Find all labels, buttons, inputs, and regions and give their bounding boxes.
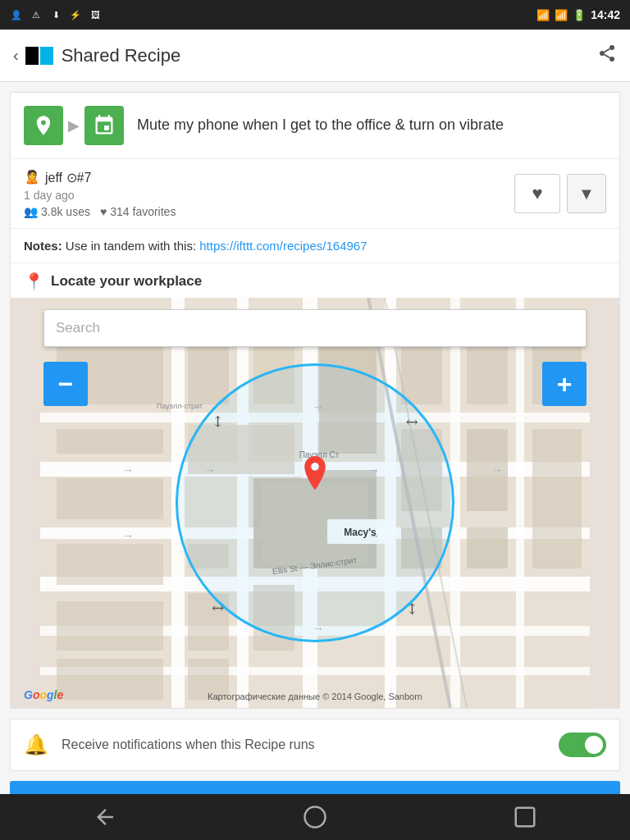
map-attribution: Картографические данные © 2014 Google, S… [208, 692, 422, 701]
dropdown-icon: ▼ [578, 185, 595, 203]
svg-text:→: → [122, 463, 134, 477]
main-content: ▶ Mute my phone when I get to the office… [0, 82, 630, 794]
home-nav-button[interactable] [282, 794, 348, 840]
recipe-arrow-icon: ▶ [68, 116, 80, 135]
locate-header: 📍 Locate your workplace [24, 272, 606, 291]
recipe-card: ▶ Mute my phone when I get to the office… [10, 92, 620, 709]
uses-stat: 👥 3.8k uses [24, 205, 90, 218]
battery-icon: 🔋 [573, 9, 586, 21]
svg-text:↑: ↑ [313, 626, 326, 632]
map-search-text: Search [56, 320, 100, 336]
notes-text: Use in tandem with this: [66, 239, 199, 253]
page-title: Shared Recipe [62, 45, 597, 66]
map-location-pin [299, 456, 331, 503]
svg-rect-20 [57, 478, 163, 519]
ifttt-logo-blue [40, 47, 53, 65]
recipe-notes: Notes: Use in tandem with this: https://… [11, 228, 619, 262]
recipe-user-info: 🙎 jeff ⊙#7 1 day ago 👥 3.8k uses ♥ 314 f… [24, 169, 176, 218]
warning-icon: ⚠ [30, 8, 43, 21]
notes-link[interactable]: https://ifttt.com/recipes/164967 [199, 239, 367, 253]
map-background: Пауэлл Ст Пауэлл-стрит Ellis St — Эллис-… [11, 298, 619, 708]
image-icon: 🖼 [89, 8, 102, 21]
svg-rect-44 [188, 593, 229, 651]
svg-rect-19 [57, 429, 163, 454]
favorites-stat: ♥ 314 favorites [100, 205, 176, 218]
usb-icon: ⚡ [69, 8, 82, 21]
svg-rect-41 [57, 601, 163, 651]
recipe-meta: 🙎 jeff ⊙#7 1 day ago 👥 3.8k uses ♥ 314 f… [11, 159, 619, 228]
svg-line-3 [605, 54, 610, 57]
user-row: 🙎 jeff ⊙#7 [24, 169, 176, 185]
toggle-knob [585, 736, 603, 754]
back-button[interactable]: ‹ [13, 46, 53, 66]
notification-row: 🔔 Receive notifications when this Recipe… [10, 719, 620, 771]
signal-icon: 📶 [555, 9, 568, 21]
status-bar: 👤 ⚠ ⬇ ⚡ 🖼 📶 📶 🔋 14:42 [0, 0, 630, 30]
svg-line-4 [605, 48, 610, 52]
svg-text:→: → [368, 463, 380, 477]
recipe-description: Mute my phone when I get to the office &… [137, 115, 606, 135]
share-button[interactable] [597, 43, 617, 68]
svg-text:→: → [491, 463, 503, 477]
dropdown-button[interactable]: ▼ [567, 174, 606, 213]
svg-rect-43 [188, 544, 229, 568]
username: jeff ⊙#7 [45, 170, 91, 185]
svg-point-1 [600, 51, 605, 56]
add-recipe-button[interactable] [10, 781, 620, 794]
status-icons: 👤 ⚠ ⬇ ⚡ 🖼 [10, 8, 102, 21]
svg-text:→: → [368, 529, 380, 542]
download-icon: ⬇ [49, 8, 62, 21]
svg-rect-40 [57, 544, 163, 585]
svg-rect-13 [237, 298, 249, 708]
trigger-icon [24, 106, 63, 145]
recipe-header: ▶ Mute my phone when I get to the office… [11, 93, 619, 159]
zoom-in-button[interactable]: + [542, 362, 587, 406]
status-right: 📶 📶 🔋 14:42 [536, 8, 620, 21]
svg-point-60 [305, 807, 326, 828]
svg-rect-46 [253, 585, 294, 651]
google-logo: Google [24, 688, 63, 701]
zoom-out-icon: − [58, 369, 74, 399]
svg-rect-12 [171, 298, 185, 708]
person-icon: 👤 [10, 8, 23, 21]
nav-bar [0, 794, 630, 840]
svg-rect-61 [516, 808, 535, 827]
bell-icon: 🔔 [24, 733, 48, 756]
notification-toggle[interactable] [559, 733, 606, 757]
locate-section: 📍 Locate your workplace [11, 262, 619, 291]
favorite-button[interactable]: ♥ [514, 174, 560, 213]
recipe-stats: 👥 3.8k uses ♥ 314 favorites [24, 205, 176, 218]
recipe-age: 1 day ago [24, 189, 176, 202]
svg-rect-42 [57, 659, 163, 700]
back-nav-button[interactable] [72, 794, 138, 840]
svg-point-0 [609, 45, 614, 50]
zoom-in-icon: + [557, 369, 573, 399]
svg-text:→: → [122, 529, 134, 542]
back-chevron-icon: ‹ [13, 46, 19, 65]
locate-title: Locate your workplace [51, 273, 202, 290]
svg-rect-17 [516, 298, 524, 708]
time-display: 14:42 [591, 8, 620, 21]
svg-rect-25 [319, 331, 377, 454]
recent-nav-button[interactable] [492, 794, 558, 840]
heart-button-icon: ♥ [532, 183, 542, 204]
user-avatar: 🙎 [24, 169, 40, 185]
map-search-bar[interactable]: Search [43, 309, 587, 347]
zoom-out-button[interactable]: − [43, 362, 88, 406]
top-bar: ‹ Shared Recipe [0, 30, 630, 82]
svg-text:↑: ↑ [313, 404, 326, 410]
recipe-actions: ♥ ▼ [514, 174, 606, 213]
action-icon [84, 106, 124, 145]
svg-text:Пауэлл-стрит: Пауэлл-стрит [157, 402, 203, 410]
recipe-icons: ▶ [24, 106, 124, 145]
ifttt-logo [25, 46, 53, 66]
notes-label: Notes: [24, 239, 62, 253]
svg-point-2 [609, 57, 614, 62]
svg-rect-49 [532, 429, 582, 568]
svg-rect-15 [385, 298, 396, 708]
ifttt-logo-black [25, 47, 39, 65]
locate-pin-icon: 📍 [24, 272, 44, 291]
notification-text: Receive notifications when this Recipe r… [62, 737, 546, 752]
heart-icon: ♥ [100, 205, 107, 218]
map-container: Пауэлл Ст Пауэлл-стрит Ellis St — Эллис-… [11, 298, 619, 708]
